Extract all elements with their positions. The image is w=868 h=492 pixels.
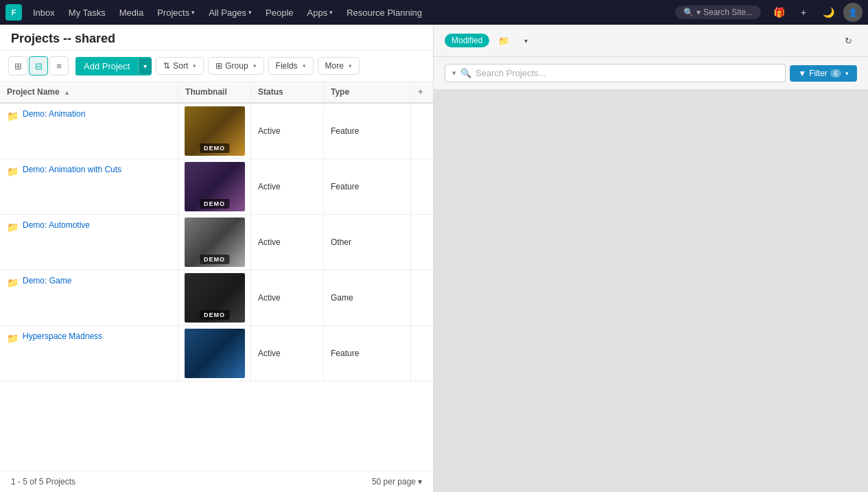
modified-badge: Modified — [445, 34, 489, 47]
top-navigation: F Inbox My Tasks Media Projects ▾ All Pa… — [0, 0, 868, 25]
col-header-status[interactable]: Status — [251, 82, 324, 103]
cell-project-name: 📁 Demo: Automotive — [0, 215, 178, 270]
thumbnail-image: DEMO — [185, 106, 245, 156]
project-name-link[interactable]: Demo: Animation — [23, 109, 85, 119]
nav-inbox[interactable]: Inbox — [27, 5, 60, 21]
table-row[interactable]: 📁 Demo: Automotive DEMO ActiveOther — [0, 215, 433, 270]
nav-projects[interactable]: Projects ▾ — [152, 5, 200, 21]
nav-resource-planning[interactable]: Resource Planning — [341, 5, 427, 21]
project-name-link[interactable]: Demo: Automotive — [23, 220, 90, 230]
nav-my-tasks[interactable]: My Tasks — [63, 5, 111, 21]
cell-project-name: 📁 Demo: Game — [0, 270, 178, 325]
moon-icon-btn[interactable]: 🌙 — [819, 3, 838, 22]
right-header-icons: 📁 ▾ — [495, 32, 535, 49]
add-icon-btn[interactable]: + — [794, 3, 813, 22]
cell-status: Active — [251, 104, 323, 159]
cell-type: Feature — [324, 176, 410, 197]
right-panel-content — [434, 90, 868, 492]
refresh-icon-btn[interactable]: ↻ — [839, 32, 857, 49]
search-placeholder-text: Search Site... — [703, 8, 753, 17]
demo-overlay-label: DEMO — [200, 199, 229, 209]
filter-icon: ▼ — [798, 69, 806, 78]
right-search-bar: ▾ 🔍 Search Projects... ▼ Filter 6 ▾ — [434, 57, 868, 90]
sort-dropdown-arrow: ▾ — [193, 62, 196, 69]
cell-status: Active — [251, 159, 323, 214]
cell-type: Feature — [324, 343, 410, 364]
user-avatar[interactable]: 👤 — [843, 3, 863, 22]
search-dropdown-btn[interactable]: ▾ — [696, 8, 701, 17]
folder-icon: 📁 — [7, 277, 19, 288]
gift-icon-btn[interactable]: 🎁 — [769, 3, 788, 22]
filter-dropdown-arrow: ▾ — [845, 70, 849, 77]
project-name-link[interactable]: Demo: Animation with Cuts — [23, 165, 121, 174]
search-dropdown-left-icon[interactable]: ▾ — [452, 69, 456, 78]
sort-button[interactable]: ⇅ Sort ▾ — [156, 57, 204, 75]
fields-dropdown-arrow: ▾ — [303, 62, 306, 69]
cell-status: Active — [251, 215, 323, 270]
projects-dropdown-arrow: ▾ — [191, 9, 195, 16]
col-header-type[interactable]: Type — [324, 82, 411, 103]
nav-media[interactable]: Media — [114, 5, 149, 21]
group-icon: ⊞ — [215, 61, 222, 71]
project-name-link[interactable]: Demo: Game — [23, 276, 71, 285]
page-title: Projects -- shared — [11, 32, 422, 46]
col-header-name[interactable]: Project Name ▲ — [0, 82, 178, 103]
nav-all-pages[interactable]: All Pages ▾ — [203, 5, 257, 21]
grid-view-btn[interactable]: ⊟ — [29, 56, 48, 75]
nav-apps[interactable]: Apps ▾ — [302, 5, 339, 21]
list-view-btn[interactable]: ≡ — [49, 56, 69, 75]
card-view-btn[interactable]: ⊞ — [8, 56, 27, 75]
group-button[interactable]: ⊞ Group ▾ — [208, 57, 263, 75]
table-row[interactable]: 📁 Demo: Game DEMO ActiveGame — [0, 270, 433, 326]
more-button[interactable]: More ▾ — [318, 57, 360, 75]
add-column-icon[interactable]: + — [418, 87, 423, 97]
demo-overlay-label: DEMO — [200, 143, 229, 153]
toolbar: ⊞ ⊟ ≡ Add Project ▾ ⇅ Sort ▾ ⊞ Group ▾ F… — [0, 51, 433, 82]
col-header-thumbnail[interactable]: Thumbnail — [178, 82, 251, 103]
layout-icon[interactable]: ▾ — [517, 32, 535, 49]
cell-thumbnail: DEMO — [178, 215, 250, 270]
cell-status: Active — [251, 270, 323, 325]
per-page-selector[interactable]: 50 per page ▾ — [372, 477, 422, 487]
right-panel-header: Modified 📁 ▾ ↻ — [434, 25, 868, 57]
fields-button[interactable]: Fields ▾ — [268, 57, 314, 75]
table-row[interactable]: 📁 Hyperspace Madness ActiveFeature — [0, 326, 433, 382]
projects-table: Project Name ▲ Thumbnail Status Type — [0, 82, 433, 382]
projects-table-container: Project Name ▲ Thumbnail Status Type — [0, 82, 433, 471]
project-name-link[interactable]: Hyperspace Madness — [23, 331, 102, 341]
cell-thumbnail: DEMO — [178, 159, 250, 214]
search-icon: 🔍 — [683, 8, 694, 17]
project-header: Projects -- shared — [0, 25, 433, 51]
group-dropdown-arrow: ▾ — [253, 62, 257, 69]
filter-button[interactable]: ▼ Filter 6 ▾ — [790, 65, 857, 82]
thumbnail-image: DEMO — [185, 162, 245, 211]
nav-people[interactable]: People — [260, 5, 298, 21]
add-project-main-btn[interactable]: Add Project — [75, 57, 138, 75]
col-header-extra[interactable]: + — [411, 82, 433, 103]
demo-overlay-label: DEMO — [200, 255, 229, 264]
folder-icon: 📁 — [7, 166, 19, 177]
folder-icon: 📁 — [7, 110, 19, 121]
app-logo[interactable]: F — [5, 4, 22, 21]
cell-project-name: 📁 Demo: Animation with Cuts — [0, 159, 178, 214]
folder-view-icon[interactable]: 📁 — [495, 32, 513, 49]
more-dropdown-arrow: ▾ — [349, 62, 352, 69]
view-switcher: ⊞ ⊟ ≡ — [8, 56, 69, 75]
global-search[interactable]: 🔍 ▾ Search Site... — [675, 5, 761, 19]
table-row[interactable]: 📁 Demo: Animation DEMO ActiveFeature — [0, 103, 433, 159]
main-layout: Projects -- shared ⊞ ⊟ ≡ Add Project ▾ ⇅… — [0, 25, 868, 492]
pagination-info: 1 - 5 of 5 Projects — [11, 477, 75, 487]
cell-thumbnail — [178, 326, 250, 381]
projects-search-container[interactable]: ▾ 🔍 Search Projects... — [445, 64, 786, 82]
cell-thumbnail: DEMO — [178, 270, 250, 325]
name-sort-icon: ▲ — [64, 89, 70, 96]
apps-dropdown-arrow: ▾ — [329, 9, 333, 16]
cell-thumbnail: DEMO — [178, 104, 250, 159]
add-project-dropdown-btn[interactable]: ▾ — [138, 58, 152, 74]
add-project-button[interactable]: Add Project ▾ — [75, 57, 152, 75]
sort-icon: ⇅ — [163, 61, 170, 71]
per-page-arrow: ▾ — [418, 477, 422, 487]
search-input-placeholder: Search Projects... — [476, 68, 546, 78]
cell-project-name: 📁 Hyperspace Madness — [0, 326, 178, 381]
table-row[interactable]: 📁 Demo: Animation with Cuts DEMO ActiveF… — [0, 159, 433, 215]
